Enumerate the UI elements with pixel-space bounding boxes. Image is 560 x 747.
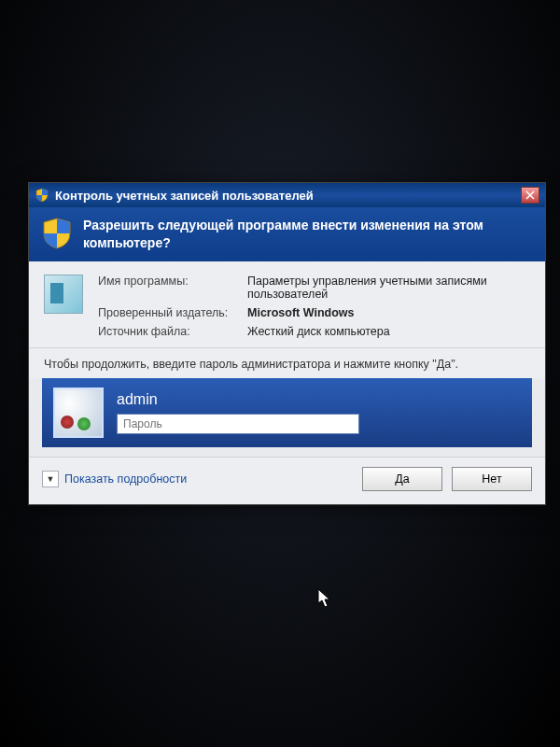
user-avatar	[53, 388, 104, 438]
dialog-body: Имя программы: Параметры управления учет…	[29, 261, 545, 347]
publisher-label: Проверенный издатель:	[98, 306, 238, 319]
show-details-toggle[interactable]: ▼ Показать подробности	[42, 471, 353, 487]
mouse-cursor-icon	[317, 588, 332, 609]
username-label: admin	[117, 391, 521, 408]
no-button[interactable]: Нет	[452, 467, 532, 491]
credentials-panel: admin	[42, 378, 532, 447]
uac-dialog: Контроль учетных записей пользователей Р…	[28, 182, 546, 505]
shield-icon	[40, 217, 74, 250]
program-icon	[44, 275, 83, 314]
publisher-value: Microsoft Windows	[247, 306, 530, 319]
titlebar: Контроль учетных записей пользователей	[29, 183, 545, 207]
dialog-footer: ▼ Показать подробности Да Нет	[29, 457, 545, 504]
dialog-header: Разрешить следующей программе внести изм…	[29, 207, 545, 261]
header-question: Разрешить следующей программе внести изм…	[83, 217, 534, 252]
close-icon	[525, 190, 535, 200]
close-button[interactable]	[521, 187, 539, 204]
details-label: Показать подробности	[64, 472, 187, 486]
source-value: Жесткий диск компьютера	[247, 325, 530, 338]
password-input[interactable]	[117, 414, 359, 434]
yes-button[interactable]: Да	[362, 467, 442, 491]
titlebar-title: Контроль учетных записей пользователей	[55, 189, 521, 203]
source-label: Источник файла:	[98, 325, 238, 338]
instruction-text: Чтобы продолжить, введите пароль админис…	[29, 347, 545, 378]
chevron-down-icon: ▼	[42, 471, 59, 487]
program-name-value: Параметры управления учетными записями п…	[247, 275, 530, 301]
program-name-label: Имя программы:	[98, 275, 238, 288]
shield-small-icon	[35, 188, 49, 203]
